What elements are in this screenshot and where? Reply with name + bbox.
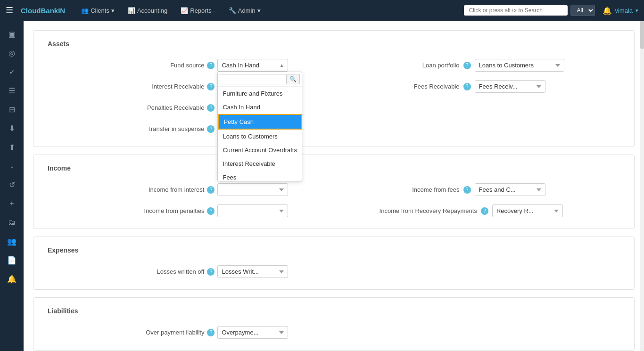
dropdown-item-fees[interactable]: Fees [218,171,302,181]
income-from-penalties-help[interactable]: ? [207,207,215,215]
sidebar-folder[interactable]: 🗂 [3,214,21,231]
sidebar-add[interactable]: + [3,195,21,212]
nav-admin[interactable]: 🔧 Admin ▾ [224,7,265,14]
dropdown-item-currentaccount[interactable]: Current Account Overdrafts [218,143,302,157]
sidebar-team[interactable]: 👥 [3,233,21,250]
user-caret[interactable]: ▾ [636,8,638,14]
sidebar-tasks[interactable]: ✓ [3,63,21,80]
form-row-interest: Interest Receivable ? Fees Receivable ? … [48,80,620,93]
scrollbar-thumb[interactable] [640,21,644,49]
form-row-overpayment: Over payment liability ? Overpayme... [48,326,620,339]
nav-reports[interactable]: 📈 Reports - [176,7,220,14]
dropdown-list: Furniture and Fixtures Cash In Hand Pett… [218,87,302,181]
main-content: Assets Fund source ? Cash In Hand ▲ 🔍 [24,21,644,351]
dropdown-item-cashinhand[interactable]: Cash In Hand [218,100,302,114]
clients-icon: 👥 [81,7,89,14]
income-from-penalties-select[interactable] [217,204,288,217]
income-from-fees-label: Income from fees [380,186,460,193]
income-from-penalties-group: Income from penalties ? [48,204,288,217]
fees-receivable-help[interactable]: ? [463,83,471,90]
loan-portfolio-help[interactable]: ? [463,62,471,69]
dropdown-search-input[interactable] [220,74,287,84]
nav-clients[interactable]: 👥 Clients ▾ [76,7,119,14]
sidebar: ▣ ◎ ✓ ☰ ⊟ ⬇ ⬆ ↓ ↺ + 🗂 👥 📄 🔔 [0,21,24,351]
sidebar-upload[interactable]: ⬆ [3,139,21,155]
notification-bell-icon[interactable]: 🔔 [603,6,612,15]
income-from-recovery-select[interactable]: Recovery R... [492,204,563,217]
fund-source-group: Fund source ? Cash In Hand ▲ 🔍 Furniture… [48,59,288,72]
sidebar-file[interactable]: 📄 [3,252,21,269]
income-section: Income Income from interest ? Income fro… [33,155,635,229]
income-from-recovery-help[interactable]: ? [481,207,488,215]
sidebar-profile[interactable]: ◎ [3,44,21,61]
fund-source-help[interactable]: ? [207,62,215,69]
fund-source-trigger[interactable]: Cash In Hand ▲ [217,59,288,72]
income-from-interest-label: Income from interest [124,186,204,193]
brand-logo[interactable]: CloudBankIN [21,7,65,15]
username-label[interactable]: vimala [615,7,633,14]
form-row-losses: Losses written off ? Losses Writ... [48,265,620,278]
dropdown-item-interestreceivable[interactable]: Interest Receivable [218,157,302,171]
fund-source-value: Cash In Hand [222,62,259,69]
losses-written-off-help[interactable]: ? [207,268,215,276]
sidebar-download[interactable]: ⬇ [3,120,21,137]
losses-written-off-label: Losses written off [124,268,204,275]
accounting-icon: 📊 [128,7,135,14]
overpayment-liability-select[interactable]: Overpayme... [217,326,288,339]
penalties-receivable-help[interactable]: ? [207,104,215,112]
search-input[interactable] [464,5,568,16]
transfer-suspense-help[interactable]: ? [207,125,215,133]
interest-receivable-help[interactable]: ? [207,83,215,90]
dropdown-item-loanstocustomers[interactable]: Loans to Customers [218,130,302,143]
dropdown-item-pettycash[interactable]: Petty Cash [218,114,302,130]
sidebar-bell[interactable]: 🔔 [3,270,21,287]
reports-icon: 📈 [181,7,188,14]
sidebar-refresh[interactable]: ↺ [3,176,21,193]
fund-source-caret: ▲ [280,63,284,68]
fund-source-label: Fund source [124,62,204,69]
income-title: Income [48,164,620,176]
loan-portfolio-group: Loan portfolio ? Loans to Customers [380,59,620,72]
search-scope-select[interactable]: All [570,5,595,16]
sidebar-list[interactable]: ☰ [3,82,21,99]
loan-portfolio-select[interactable]: Loans to Customers [475,59,564,72]
sidebar-reports[interactable]: ⊟ [3,101,21,118]
liabilities-title: Liabilities [48,307,620,318]
income-from-fees-select[interactable]: Fees and C... [475,183,545,196]
menu-icon[interactable]: ☰ [6,5,13,16]
dropdown-item-furniture[interactable]: Furniture and Fixtures [218,87,302,100]
income-from-interest-group: Income from interest ? [48,183,288,196]
losses-written-off-select[interactable]: Losses Writ... [217,265,288,278]
fund-source-menu: 🔍 Furniture and Fixtures Cash In Hand Pe… [217,72,302,181]
fees-receivable-group: Fees Receivable ? Fees Receiv... [380,80,620,93]
income-from-interest-help[interactable]: ? [207,186,215,194]
income-from-recovery-label: Income from Recovery Repayments [380,207,477,214]
income-from-fees-group: Income from fees ? Fees and C... [380,183,620,196]
form-row-income-interest: Income from interest ? Income from fees … [48,183,620,196]
sidebar-export[interactable]: ↓ [3,157,21,174]
nav-accounting[interactable]: 📊 Accounting [123,7,172,14]
income-from-fees-help[interactable]: ? [463,186,471,194]
dropdown-search-area: 🔍 [218,72,302,87]
form-row-fundsource: Fund source ? Cash In Hand ▲ 🔍 Furniture… [48,59,620,72]
losses-written-off-group: Losses written off ? Losses Writ... [48,265,288,278]
scrollbar-track [640,21,644,351]
dropdown-search-button[interactable]: 🔍 [287,74,300,84]
fees-receivable-select[interactable]: Fees Receiv... [475,80,545,93]
fees-receivable-label: Fees Receivable [380,83,460,90]
navbar: ☰ CloudBankIN 👥 Clients ▾ 📊 Accounting 📈… [0,0,644,21]
admin-caret: ▾ [257,7,261,14]
penalties-receivable-label: Penalties Receivable [124,104,204,111]
income-from-interest-select[interactable] [217,183,288,196]
loan-portfolio-label: Loan portfolio [380,62,460,69]
overpayment-liability-help[interactable]: ? [207,329,215,336]
form-row-transfer: Transfer in suspense ? [48,122,620,135]
transfer-suspense-label: Transfer in suspense [124,125,204,132]
assets-title: Assets [48,40,620,51]
liabilities-section: Liabilities Over payment liability ? Ove… [33,297,635,351]
income-from-penalties-label: Income from penalties [124,207,204,214]
admin-icon: 🔧 [229,7,236,14]
search-area: All 🔔 vimala ▾ [464,5,638,16]
sidebar-dashboard[interactable]: ▣ [3,25,21,42]
income-from-recovery-group: Income from Recovery Repayments ? Recove… [380,204,620,217]
